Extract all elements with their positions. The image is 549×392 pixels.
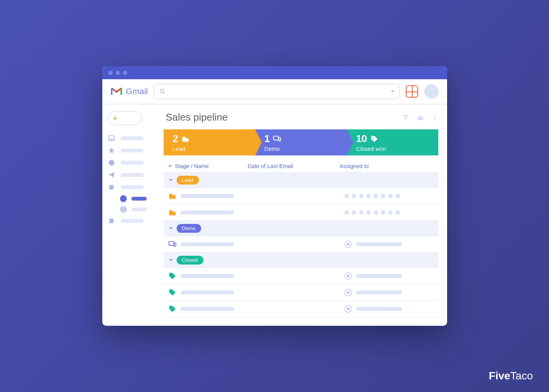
svg-rect-11 [421,116,423,120]
search-options-icon[interactable] [391,90,395,93]
traffic-light-close[interactable] [108,71,113,75]
app-header: Gmail [102,79,447,105]
placeholder-bar [121,149,144,152]
table-header-row: Stage / Name Date of Last Email Assigned… [164,160,439,173]
sidebar-item-more[interactable] [108,215,158,227]
stage-closed-won[interactable]: 10 Closed won [347,129,438,155]
window-titlebar [102,66,447,79]
square-icon [108,217,115,225]
group-header-closed[interactable]: Closed [164,253,439,268]
table-row[interactable] [164,268,439,284]
screen-icon [168,240,177,248]
table-row[interactable] [164,236,439,253]
svg-point-0 [160,89,164,93]
table-row[interactable] [164,188,439,204]
chevron-down-icon [169,259,173,261]
stage-pill: Closed [177,256,203,265]
assigned-avatars [344,194,439,198]
svg-rect-5 [109,219,114,223]
placeholder-bar [356,274,402,278]
gmail-logo-wrap[interactable]: Gmail [111,87,148,96]
group-header-lead[interactable]: Lead [164,173,439,188]
sidebar-item-starred[interactable] [108,144,158,157]
col-label: Assigned to [340,163,369,169]
building-icon [168,192,177,200]
placeholder-bar [180,274,234,278]
plus-icon: + [113,114,118,122]
svg-rect-4 [109,185,114,189]
svg-line-1 [163,92,165,94]
table-row[interactable] [164,284,439,301]
svg-rect-21 [172,195,175,199]
sidebar-item-sent[interactable] [108,169,158,181]
stage-count: 2 [173,133,178,145]
svg-rect-24 [169,242,174,245]
svg-rect-15 [182,137,186,142]
svg-rect-17 [274,136,279,140]
building-icon [181,135,190,143]
dot-icon [120,195,127,202]
search-icon [159,88,166,95]
traffic-light-max[interactable] [123,71,127,75]
tag-icon [168,288,177,297]
traffic-light-min[interactable] [116,71,120,75]
placeholder-bar [121,185,144,189]
placeholder-bar [131,207,147,211]
tag-icon [168,305,177,313]
table-row[interactable] [164,301,439,317]
placeholder-bar [131,197,147,201]
main-header: Sales pipeline [164,111,439,123]
sidebar-item-label[interactable] [108,181,158,193]
group-header-demo[interactable]: Demo [164,221,439,236]
tag-icon [370,135,379,143]
user-avatar[interactable] [424,84,439,99]
stage-label: Closed won [356,145,429,152]
main-content: Sales pipeline 2 Lead 1 [164,105,447,326]
placeholder-bar [121,136,144,140]
placeholder-bar [180,242,234,246]
sidebar-subitem-active[interactable] [120,193,158,204]
user-icon [344,289,352,296]
chevron-down-icon [169,179,173,181]
pipeline-table: Stage / Name Date of Last Email Assigned… [164,160,439,317]
stage-count: 1 [264,133,270,145]
sidebar-item-snoozed[interactable] [108,157,158,169]
assigned-avatars [344,210,439,215]
svg-rect-9 [418,118,419,120]
stage-pill: Lead [177,176,199,185]
col-header-stage[interactable]: Stage / Name [164,163,248,169]
user-icon [344,272,352,280]
layout-toggle-button[interactable] [406,85,418,98]
inbox-icon [108,134,115,142]
compose-button[interactable]: + [108,111,142,125]
col-header-assigned[interactable]: Assigned to [340,163,439,169]
sidebar: + [102,105,164,326]
placeholder-bar [356,291,402,294]
search-input[interactable] [154,84,400,99]
stage-lead[interactable]: 2 Lead [164,129,255,155]
col-label: Date of Last Email [248,163,293,169]
svg-point-13 [434,117,435,118]
col-header-date[interactable]: Date of Last Email [248,163,340,169]
col-label: Stage / Name [175,163,209,169]
stage-demo[interactable]: 1 Demo [255,129,347,155]
svg-rect-18 [279,137,281,141]
svg-rect-25 [174,243,176,246]
send-icon [108,171,115,179]
svg-rect-23 [172,212,175,215]
stage-count: 10 [356,133,367,145]
svg-point-14 [434,119,435,120]
page-title: Sales pipeline [166,111,228,123]
more-icon[interactable] [431,114,439,121]
svg-rect-20 [169,194,172,199]
chart-icon[interactable] [416,114,424,121]
clock-icon [108,159,115,167]
placeholder-bar [180,194,234,198]
sidebar-item-inbox[interactable] [108,132,158,144]
svg-point-19 [372,137,374,138]
table-row[interactable] [164,204,439,221]
stage-label: Demo [264,145,338,152]
placeholder-bar [356,242,402,246]
sidebar-subitem[interactable] [120,204,158,215]
filter-icon[interactable] [402,114,410,121]
